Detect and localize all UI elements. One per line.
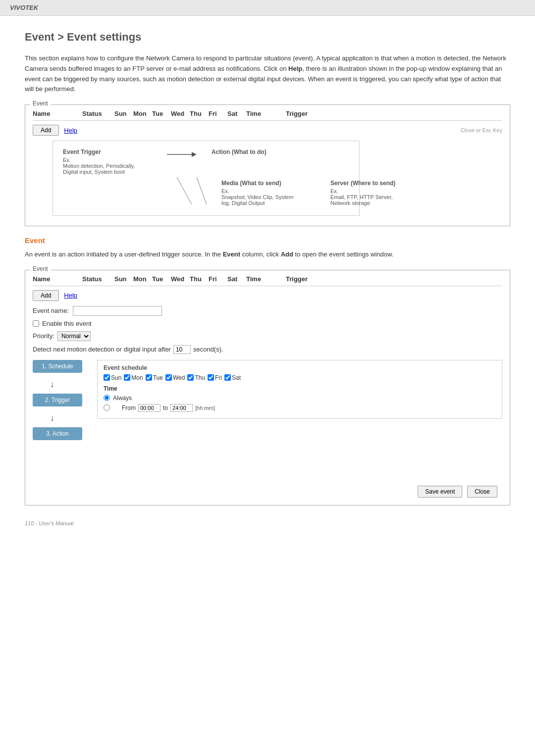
add-row: Add Help Close or Esc Key xyxy=(33,125,502,136)
col-mon2: Mon xyxy=(133,275,152,283)
checkbox-fri[interactable] xyxy=(208,374,214,381)
close-button[interactable]: Close xyxy=(467,486,497,498)
always-label: Always xyxy=(113,395,132,402)
enable-event-label: Enable this event xyxy=(42,320,92,327)
label-tue: Tue xyxy=(153,374,163,381)
help-link2[interactable]: Help xyxy=(64,292,77,299)
detect-row: Detect next motion detection or digital … xyxy=(33,345,502,354)
from-row: From to [hh:mm] xyxy=(122,404,215,412)
media-ex: Ex. xyxy=(221,188,311,194)
steps-area: 1. Schedule ↓ 2. Trigger ↓ 3. Action Eve… xyxy=(33,360,502,478)
schedule-button[interactable]: 1. Schedule xyxy=(33,360,82,373)
time-section: Time Always From to xyxy=(104,385,496,412)
trigger-title: Event Trigger xyxy=(63,149,152,155)
step-arrow2: ↓ xyxy=(50,413,97,423)
enable-event-row: Enable this event xyxy=(33,320,502,327)
action-button[interactable]: 3. Action xyxy=(33,427,82,440)
col-mon: Mon xyxy=(133,110,152,117)
to-input[interactable] xyxy=(170,404,193,412)
diagram-container: Event Trigger Ex. Motion detection, Peri… xyxy=(53,141,360,216)
checkbox-thu[interactable] xyxy=(187,374,194,381)
diagram-row-top: Event Trigger Ex. Motion detection, Peri… xyxy=(63,149,349,175)
label-sun: Sun xyxy=(111,374,121,381)
save-event-button[interactable]: Save event xyxy=(418,486,462,498)
label-wed: Wed xyxy=(173,374,185,381)
media-title: Media (What to send) xyxy=(221,180,311,187)
svg-line-3 xyxy=(197,177,207,204)
checkbox-sun[interactable] xyxy=(104,374,110,381)
checkbox-sat[interactable] xyxy=(224,374,231,381)
footer-text: 110 - User's Manual xyxy=(25,520,510,526)
col-wed: Wed xyxy=(171,110,190,117)
to-label: to xyxy=(163,404,168,411)
col-time2: Time xyxy=(246,275,286,283)
label-mon: Mon xyxy=(131,374,143,381)
detect-label-pre: Detect next motion detection or digital … xyxy=(33,346,171,353)
checkbox-wed[interactable] xyxy=(165,374,172,381)
help-link[interactable]: Help xyxy=(64,127,77,134)
event-bold: Event xyxy=(223,251,240,258)
checkbox-mon[interactable] xyxy=(124,374,130,381)
trigger-ex: Ex. xyxy=(63,157,152,163)
step-arrow1: ↓ xyxy=(50,379,97,390)
col-thu: Thu xyxy=(190,110,209,117)
detect-input[interactable] xyxy=(173,345,191,354)
trigger-button[interactable]: 2. Trigger xyxy=(33,394,82,406)
day-fri: Fri xyxy=(208,374,222,381)
diagram-arrow xyxy=(167,150,197,162)
day-thu: Thu xyxy=(187,374,205,381)
event-description: An event is an action initiated by a use… xyxy=(25,250,510,260)
col-fri2: Fri xyxy=(209,275,227,283)
second-event-table-header: Name Status Sun Mon Tue Wed Thu Fri Sat … xyxy=(33,275,502,286)
from-radio-row: From to [hh:mm] xyxy=(104,404,496,412)
time-label: Time xyxy=(104,385,496,392)
col-thu2: Thu xyxy=(190,275,209,283)
priority-label: Priority: xyxy=(33,332,54,340)
right-content: Event schedule Sun Mon Tue xyxy=(97,360,502,478)
close-key-text: Close or Esc Key xyxy=(461,127,502,133)
day-tue: Tue xyxy=(146,374,163,381)
media-examples: Snapshot, Video Clip, System log, Digita… xyxy=(221,194,311,206)
svg-marker-1 xyxy=(192,152,197,157)
priority-row: Priority: Normal High Low xyxy=(33,331,502,341)
event-table-header: Name Status Sun Mon Tue Wed Thu Fri Sat … xyxy=(33,110,502,121)
action-title: Action (What to do) xyxy=(212,149,291,155)
action-content-area xyxy=(97,449,502,478)
from-input[interactable] xyxy=(138,404,160,412)
help-bold: Help xyxy=(288,65,302,72)
col-wed2: Wed xyxy=(171,275,190,283)
detect-label-post: second(s). xyxy=(193,346,223,353)
top-event-box: Event Name Status Sun Mon Tue Wed Thu Fr… xyxy=(25,104,510,226)
add-bold: Add xyxy=(281,251,293,258)
col-trigger2: Trigger xyxy=(286,275,502,283)
diagram-server: Server (Where to send) Ex. Email, FTP, H… xyxy=(330,180,420,206)
top-event-box-title: Event xyxy=(30,100,51,107)
col-name: Name xyxy=(33,110,82,117)
days-row: Sun Mon Tue Wed xyxy=(104,374,496,381)
save-close-row: Save event Close xyxy=(33,486,502,498)
label-sat: Sat xyxy=(232,374,241,381)
add-button2[interactable]: Add xyxy=(33,290,59,301)
day-mon: Mon xyxy=(124,374,143,381)
day-wed: Wed xyxy=(165,374,185,381)
event-name-row: Event name: xyxy=(33,306,502,316)
checkbox-tue[interactable] xyxy=(146,374,152,381)
col-status: Status xyxy=(82,110,114,117)
radio-always[interactable] xyxy=(104,395,110,401)
enable-event-checkbox[interactable] xyxy=(33,320,39,327)
event-name-input[interactable] xyxy=(73,306,162,316)
server-title: Server (Where to send) xyxy=(330,180,420,187)
add-button[interactable]: Add xyxy=(33,125,59,136)
hhmm-label: [hh:mm] xyxy=(195,405,215,411)
priority-select[interactable]: Normal High Low xyxy=(57,331,91,341)
col-sun2: Sun xyxy=(114,275,133,283)
radio-from[interactable] xyxy=(104,404,110,411)
always-row: Always xyxy=(104,395,496,402)
col-tue2: Tue xyxy=(152,275,171,283)
schedule-box-title: Event schedule xyxy=(104,364,496,371)
event-section-label: Event xyxy=(25,236,510,245)
server-examples: Email, FTP, HTTP Server, Network storage xyxy=(330,194,420,206)
col-status2: Status xyxy=(82,275,114,283)
top-bar: VIVOTEK xyxy=(0,0,535,16)
trigger-content-area xyxy=(97,419,502,449)
